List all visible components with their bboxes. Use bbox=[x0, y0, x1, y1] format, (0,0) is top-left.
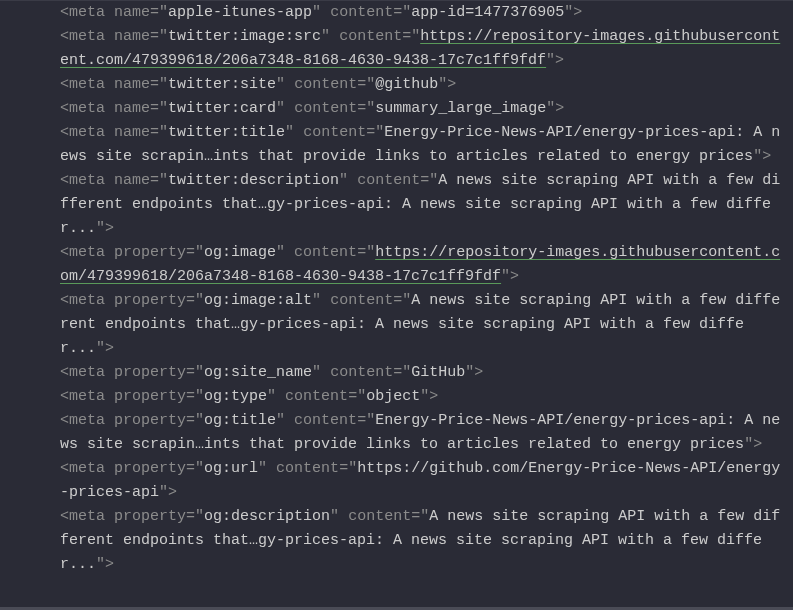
code-line: <meta name="twitter:card" content="summa… bbox=[60, 97, 781, 121]
meta-content-value: @github bbox=[375, 76, 438, 93]
code-line: <meta property="og:image:alt" content="A… bbox=[60, 289, 781, 361]
code-viewer: <meta name="apple-itunes-app" content="a… bbox=[0, 1, 793, 577]
meta-attr-key: name bbox=[114, 172, 150, 189]
meta-attr-key: property bbox=[114, 388, 186, 405]
meta-key-value: og:site_name bbox=[204, 364, 312, 381]
code-line: <meta property="og:description" content=… bbox=[60, 505, 781, 577]
meta-key-value: twitter:description bbox=[168, 172, 339, 189]
meta-key-value: twitter:image:src bbox=[168, 28, 321, 45]
meta-key-value: og:type bbox=[204, 388, 267, 405]
code-line: <meta property="og:title" content="Energ… bbox=[60, 409, 781, 457]
meta-attr-key: property bbox=[114, 364, 186, 381]
code-line: <meta name="twitter:description" content… bbox=[60, 169, 781, 241]
meta-attr-key: property bbox=[114, 244, 186, 261]
code-line: <meta name="twitter:site" content="@gith… bbox=[60, 73, 781, 97]
code-line: <meta name="twitter:title" content="Ener… bbox=[60, 121, 781, 169]
code-line: <meta property="og:url" content="https:/… bbox=[60, 457, 781, 505]
meta-key-value: twitter:title bbox=[168, 124, 285, 141]
meta-key-value: og:image bbox=[204, 244, 276, 261]
meta-attr-key: name bbox=[114, 124, 150, 141]
meta-key-value: apple-itunes-app bbox=[168, 4, 312, 21]
code-line: <meta name="apple-itunes-app" content="a… bbox=[60, 1, 781, 25]
code-line: <meta property="og:image" content="https… bbox=[60, 241, 781, 289]
meta-content-value: GitHub bbox=[411, 364, 465, 381]
code-line: <meta property="og:type" content="object… bbox=[60, 385, 781, 409]
meta-attr-key: name bbox=[114, 28, 150, 45]
meta-content-value: summary_large_image bbox=[375, 100, 546, 117]
meta-attr-key: property bbox=[114, 292, 186, 309]
meta-attr-key: name bbox=[114, 100, 150, 117]
meta-attr-key: name bbox=[114, 4, 150, 21]
meta-attr-key: property bbox=[114, 460, 186, 477]
meta-key-value: og:url bbox=[204, 460, 258, 477]
meta-key-value: twitter:site bbox=[168, 76, 276, 93]
code-line: <meta property="og:site_name" content="G… bbox=[60, 361, 781, 385]
meta-attr-key: name bbox=[114, 76, 150, 93]
meta-key-value: twitter:card bbox=[168, 100, 276, 117]
meta-key-value: og:image:alt bbox=[204, 292, 312, 309]
meta-content-value: app-id=1477376905 bbox=[411, 4, 564, 21]
meta-key-value: og:description bbox=[204, 508, 330, 525]
meta-attr-key: property bbox=[114, 508, 186, 525]
meta-attr-key: property bbox=[114, 412, 186, 429]
meta-key-value: og:title bbox=[204, 412, 276, 429]
meta-content-value: object bbox=[366, 388, 420, 405]
code-line: <meta name="twitter:image:src" content="… bbox=[60, 25, 781, 73]
